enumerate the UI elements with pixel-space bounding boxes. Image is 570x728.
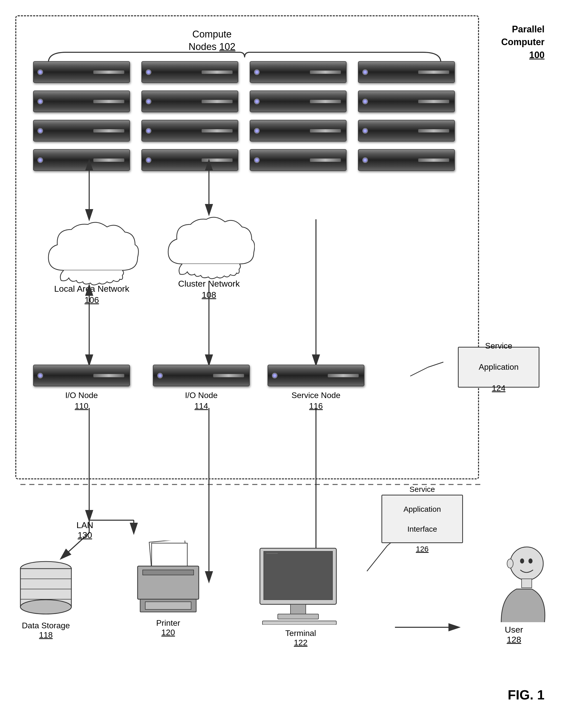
server-unit (250, 90, 346, 112)
service-node-label: Service Node 116 (291, 390, 340, 411)
lan-label: Local Area Network 106 (38, 283, 145, 306)
user-label: User 128 (505, 625, 523, 645)
printer-group: Printer 120 (132, 541, 204, 637)
svg-rect-35 (290, 604, 306, 614)
svg-point-38 (510, 547, 543, 580)
data-storage-group: Data Storage 118 (18, 558, 74, 640)
svg-point-41 (507, 559, 513, 568)
server-unit (33, 149, 130, 171)
svg-rect-42 (522, 579, 532, 588)
printer-icon (132, 541, 204, 614)
io-node-1-server (33, 365, 130, 386)
service-node-group: Service Node 116 (268, 365, 364, 411)
io-node-1-group: I/O Node 110 (33, 365, 130, 411)
svg-line-15 (367, 546, 387, 571)
server-unit (358, 120, 455, 142)
server-unit (33, 61, 130, 83)
svg-rect-31 (145, 602, 191, 609)
svg-point-40 (529, 558, 533, 563)
data-storage-label: Data Storage 118 (22, 621, 70, 640)
storage-cylinder-icon (18, 558, 74, 617)
server-unit (141, 61, 238, 83)
server-unit (250, 120, 346, 142)
lan-cloud (43, 219, 140, 286)
user-icon (481, 546, 547, 622)
server-unit (141, 120, 238, 142)
server-unit (250, 61, 346, 83)
parallel-computer-label: Parallel Computer 100 (501, 23, 545, 61)
io-node-2-server (153, 365, 250, 386)
cluster-cloud (163, 214, 255, 281)
parallel-computer-number: 100 (501, 49, 545, 61)
terminal-label: Terminal 122 (285, 628, 316, 648)
terminal-icon (257, 546, 344, 625)
svg-point-39 (520, 558, 524, 563)
server-unit (141, 149, 238, 171)
service-node-server (268, 365, 364, 386)
svg-rect-36 (278, 614, 318, 619)
server-unit (33, 120, 130, 142)
svg-point-22 (20, 600, 71, 614)
user-group: User 128 (481, 546, 547, 645)
server-unit (33, 90, 130, 112)
io-node-2-label: I/O Node 114 (185, 390, 218, 411)
service-application-box: Service Application 124 (458, 347, 539, 388)
figure-label: FIG. 1 (508, 687, 545, 703)
service-interface-box: Service Application Interface 126 (381, 495, 463, 543)
svg-rect-37 (262, 621, 336, 625)
svg-rect-33 (264, 551, 332, 600)
server-grid (33, 61, 456, 171)
svg-rect-29 (143, 570, 194, 575)
compute-nodes-label: Compute Nodes 102 (189, 28, 235, 53)
server-unit (358, 61, 455, 83)
server-unit (250, 149, 346, 171)
cluster-network-label: Cluster Network 108 (156, 278, 262, 300)
server-unit (358, 149, 455, 171)
printer-label: Printer 120 (156, 618, 180, 637)
io-node-1-label: I/O Node 110 (65, 390, 98, 411)
io-node-2-group: I/O Node 114 (153, 365, 250, 411)
lan-bottom-label: LAN 130 (76, 520, 93, 540)
terminal-group: Terminal 122 (257, 546, 344, 648)
server-unit (358, 90, 455, 112)
server-unit (141, 90, 238, 112)
